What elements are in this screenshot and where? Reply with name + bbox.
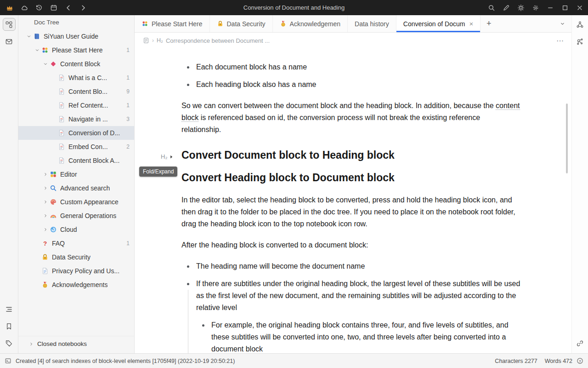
appearance-mode-sun-icon[interactable] [514,0,528,15]
tree-item-content-blo[interactable]: Content Blo...9 [18,85,134,98]
list-item[interactable]: If there are subtitles under the origina… [181,278,521,353]
tree-item-label: What is a C... [68,74,107,81]
tab-label: Data Security [227,20,266,28]
tree-item-label: SiYuan User Guide [44,33,98,40]
tree-item-please-start-here[interactable]: Please Start Here1 [18,43,134,57]
tree-item-label: FAQ [52,240,65,247]
tree-item-siyuan-user-guide[interactable]: SiYuan User Guide [18,29,134,43]
doc-count-badge: 1 [123,47,130,53]
chevron-right-icon[interactable] [41,172,50,177]
tab-data-security[interactable]: Data Security [210,15,273,32]
backlink-link-icon[interactable] [574,337,587,350]
closed-notebooks-toggle[interactable]: Closed notebooks [18,336,134,353]
search-icon[interactable] [484,0,499,15]
breadcrumb-item[interactable]: Correspondence between Document ... [166,37,270,44]
tab-conversion-of-docum[interactable]: Conversion of Docum× [396,15,481,32]
siyuan-logo-crown-icon[interactable] [2,0,17,15]
inbox-mail-icon[interactable] [3,35,16,48]
doc-icon [58,129,65,137]
tab-close-icon[interactable]: × [469,20,473,28]
list-item[interactable]: For example, the original heading block … [197,319,521,353]
list-item[interactable]: Each heading block also has a name [181,79,521,91]
sync-cloud-icon[interactable] [17,0,32,15]
tree-item-cloud[interactable]: Cloud [18,223,134,236]
tab-label: Please Start Here [152,20,203,28]
tree-item-acknowledgements[interactable]: Acknowledgements [18,278,134,292]
nav-forward-icon[interactable] [76,0,90,15]
main-area: Please Start HereData SecurityAcknowledg… [135,15,571,353]
tree-item-navigate-in[interactable]: Navigate in ...3 [18,112,134,126]
workspace: Doc Tree SiYuan User GuidePlease Start H… [0,15,588,353]
chevron-down-icon[interactable] [33,47,41,53]
tree-item-ref-content[interactable]: Ref Content...1 [18,98,134,112]
tab-label: Conversion of Docum [403,20,465,28]
bookmark-dock-icon[interactable] [3,320,16,333]
tree-item-faq[interactable]: ?FAQ1 [18,236,134,250]
nav-back-icon[interactable] [61,0,76,15]
tree-item-embed-con[interactable]: Embed Con...2 [18,140,134,154]
tab-please-start-here[interactable]: Please Start Here [135,15,210,32]
chevron-right-icon[interactable] [41,185,50,191]
doc-blue-icon [41,267,49,275]
tree-item-conversion-of-d[interactable]: Conversion of D... [18,126,134,140]
tree-item-what-is-a-c[interactable]: What is a C...1 [18,71,134,85]
tree-item-custom-appearance[interactable]: Custom Appearance [18,195,134,209]
fold-arrow-icon[interactable] [169,154,174,160]
new-tab-button[interactable]: + [481,15,497,32]
window-close-icon[interactable] [572,0,587,15]
left-dock [0,15,18,353]
task-log-icon[interactable] [5,357,11,364]
paragraph-block[interactable]: In the editor tab, select the heading bl… [181,194,521,230]
titlebar-left-toolbar [0,0,90,15]
window-maximize-icon[interactable] [558,0,572,15]
chevron-down-icon[interactable] [41,61,50,67]
more-icon[interactable]: ⋯ [556,36,564,45]
right-dock-top [574,15,587,48]
doc-tree-header[interactable]: Doc Tree [18,15,134,29]
outline-dock-icon[interactable] [3,303,16,316]
edit-pencil-icon[interactable] [499,0,514,15]
faq-icon: ? [41,240,49,247]
editor-area[interactable]: Each document block has a nameEach headi… [135,48,571,353]
window-minimize-icon[interactable] [543,0,558,15]
data-history-icon[interactable] [32,0,46,15]
tree-item-label: Embed Con... [68,143,108,150]
chevron-right-icon[interactable] [41,213,50,218]
tab-data-history[interactable]: Data history [348,15,396,32]
tree-item-data-security[interactable]: Data Security [18,250,134,264]
document-file-icon[interactable] [143,37,149,44]
list-item[interactable]: Each document block has a name [181,61,521,73]
graph-dock-icon[interactable] [574,18,587,31]
tag-dock-icon[interactable] [3,337,16,350]
vertical-scrollbar[interactable] [566,104,568,173]
heading-gutter[interactable]: H₂ [161,151,174,163]
chevron-right-icon[interactable] [41,227,50,232]
cloud-guide-icon [50,226,57,233]
content-block-icon [50,60,57,68]
tab-menu-chevron-icon[interactable] [553,15,571,32]
tab-bar: Please Start HereData SecurityAcknowledg… [135,15,571,33]
list-item[interactable]: The heading name will become the documen… [181,260,521,272]
paragraph-block[interactable]: After the heading block is converted to … [181,239,521,251]
chevron-down-icon[interactable] [25,34,33,39]
tree-item-content-block-a[interactable]: Content Block A... [18,154,134,167]
doc-count-badge: 3 [123,116,130,122]
heading-convert-heading-to-document[interactable]: Convert Heading block to Document block [181,170,521,185]
tab-acknowledgemen[interactable]: Acknowledgemen [273,15,348,32]
tree-item-advanced-search[interactable]: Advanced search [18,181,134,195]
tree-item-general-operations[interactable]: General Operations [18,209,134,223]
heading-block: H₂ Convert Document block to Heading blo… [181,148,521,162]
daily-note-calendar-icon[interactable] [46,0,61,15]
tree-item-privacy-policy-and-us[interactable]: Privacy Policy and Us... [18,264,134,278]
settings-gear-icon[interactable] [528,0,543,15]
doc-tree: SiYuan User GuidePlease Start Here1Conte… [18,29,134,336]
heading-convert-document-to-heading[interactable]: Convert Document block to Heading block [181,148,521,162]
paragraph-block[interactable]: So we can convert between the document b… [181,100,521,136]
global-graph-dock-icon[interactable] [574,35,587,48]
count-words: Words 472 [545,358,572,364]
help-icon[interactable]: ? [577,357,583,364]
tree-item-content-block[interactable]: Content Block [18,57,134,71]
doc-tree-dock-icon[interactable] [3,18,16,31]
chevron-right-icon[interactable] [41,199,50,205]
tree-item-editor[interactable]: Editor [18,167,134,181]
